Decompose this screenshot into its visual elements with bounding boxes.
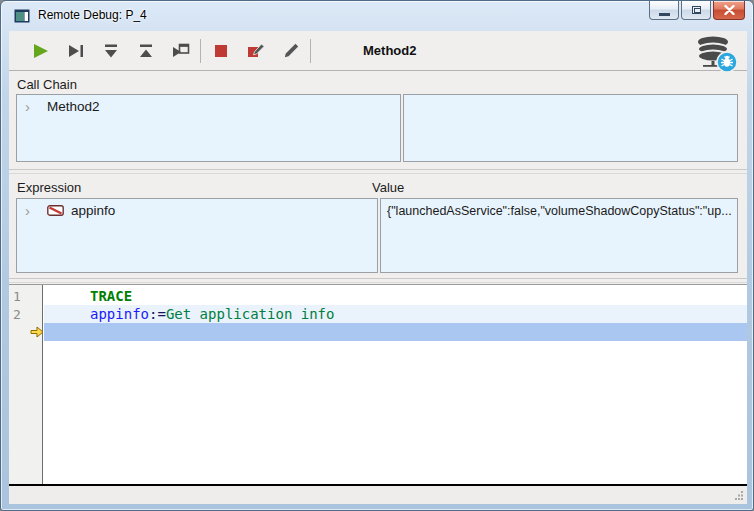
- status-bar: [9, 486, 747, 504]
- splitter-handle[interactable]: [9, 278, 747, 283]
- value-list[interactable]: {"launchedAsService":false,"volumeShadow…: [380, 198, 738, 273]
- step-over-button[interactable]: [58, 37, 93, 65]
- call-chain-label: Call Chain: [17, 77, 77, 92]
- execution-arrow-icon: [30, 326, 44, 338]
- abort-icon: [214, 44, 228, 58]
- call-chain-detail-panel[interactable]: [403, 94, 738, 162]
- database-debug-icon: [693, 35, 739, 75]
- play-icon: [32, 43, 50, 59]
- code-lines: 1 TRACE 2 appinfo:=Get application info: [9, 287, 747, 341]
- edit-button[interactable]: [273, 37, 308, 65]
- execution-pointer-cell[interactable]: [9, 323, 44, 341]
- step-over-icon: [68, 44, 84, 58]
- resize-grip-icon[interactable]: [734, 490, 744, 500]
- abort-button[interactable]: [203, 37, 238, 65]
- splitter-handle[interactable]: [9, 169, 747, 174]
- code-line-2[interactable]: 2 appinfo:=Get application info: [9, 305, 747, 323]
- expression-label: Expression: [17, 180, 81, 195]
- call-chain-item-label: Method2: [47, 99, 100, 114]
- no-trace-button[interactable]: [23, 37, 58, 65]
- call-chain-item-method2[interactable]: › Method2: [17, 95, 400, 114]
- call-chain-list[interactable]: › Method2: [16, 94, 401, 162]
- abort-edit-icon: [247, 43, 265, 58]
- title-bar[interactable]: Remote Debug: P_4: [1, 1, 753, 31]
- close-icon: [724, 5, 735, 15]
- maximize-button[interactable]: [681, 1, 711, 20]
- step-into-icon: [103, 44, 119, 58]
- code-text[interactable]: TRACE: [44, 287, 747, 305]
- expression-list[interactable]: › appinfo: [16, 198, 378, 273]
- chevron-right-icon[interactable]: ›: [25, 205, 35, 217]
- code-text[interactable]: [44, 323, 747, 341]
- chevron-right-icon[interactable]: ›: [25, 101, 35, 113]
- toolbar-separator: [200, 39, 201, 63]
- debug-toolbar: Method2: [9, 31, 747, 71]
- client-area: Method2 Call Chain › Method2: [9, 31, 747, 504]
- window-title: Remote Debug: P_4: [38, 8, 147, 22]
- value-label: Value: [372, 180, 404, 195]
- minimize-button[interactable]: [649, 1, 679, 20]
- code-editor[interactable]: 1 TRACE 2 appinfo:=Get application info: [9, 284, 747, 484]
- close-button[interactable]: [713, 1, 745, 20]
- step-into-process-button[interactable]: [163, 37, 198, 65]
- pencil-icon: [283, 43, 299, 58]
- minimize-icon: [659, 13, 670, 16]
- step-into-process-icon: [172, 43, 190, 58]
- code-line-3-current[interactable]: [9, 323, 747, 341]
- step-out-button[interactable]: [128, 37, 163, 65]
- abort-and-edit-button[interactable]: [238, 37, 273, 65]
- step-out-icon: [138, 44, 154, 58]
- expression-value: {"launchedAsService":false,"volumeShadow…: [381, 199, 737, 218]
- step-into-button[interactable]: [93, 37, 128, 65]
- line-number[interactable]: 2: [9, 305, 44, 323]
- line-number[interactable]: 1: [9, 287, 44, 305]
- remote-debug-window: Remote Debug: P_4: [0, 0, 754, 511]
- caption-buttons: [647, 1, 745, 20]
- expression-row-appinfo[interactable]: › appinfo: [17, 199, 377, 218]
- current-method-label: Method2: [363, 43, 416, 58]
- maximize-icon: [692, 6, 701, 14]
- code-line-1[interactable]: 1 TRACE: [9, 287, 747, 305]
- code-text[interactable]: appinfo:=Get application info: [44, 305, 747, 323]
- object-type-icon: [47, 205, 64, 216]
- toolbar-separator: [310, 39, 311, 63]
- expression-name: appinfo: [71, 203, 115, 218]
- app-window-icon: [14, 9, 30, 23]
